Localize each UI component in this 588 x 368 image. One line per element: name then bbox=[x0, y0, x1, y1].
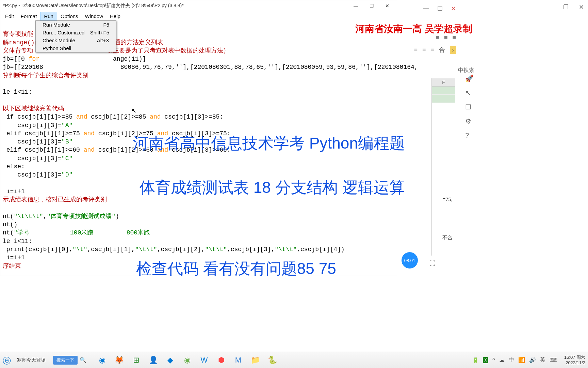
mouse-cursor-icon: ↖ bbox=[131, 107, 136, 114]
xbox-icon[interactable]: ⊞ bbox=[131, 355, 142, 366]
recording-timer[interactable]: 08:01 bbox=[402, 252, 418, 269]
far-window-controls: ❐ ✕ bbox=[478, 0, 588, 14]
align-left-icon[interactable]: ≡ bbox=[414, 46, 418, 54]
excel-tray-icon[interactable]: X bbox=[483, 357, 488, 363]
menu-options[interactable]: Options bbox=[57, 12, 82, 20]
taskbar: ⓔ 寒潮今天登场 搜索一下 🔍 ◉ 🦊 ⊞ 👤 ◆ ◉ W ⬢ M 📁 🐍 🔋 … bbox=[0, 352, 588, 368]
run-dropdown-menu: Run Module F5 Run... Customized Shift+F5… bbox=[35, 20, 116, 52]
restore-icon[interactable]: ❐ bbox=[563, 3, 569, 11]
overlay-title-1: 河南省高中信息技术学考 Python编程题 bbox=[133, 133, 405, 154]
folder-icon[interactable]: 📁 bbox=[250, 355, 261, 366]
overlay-watermark: 河南省汝南一高 吴学超录制 bbox=[355, 22, 472, 35]
merge-icon[interactable]: 合 bbox=[439, 46, 445, 54]
minimize-button[interactable]: — bbox=[348, 0, 364, 11]
excel-cell[interactable] bbox=[432, 95, 455, 103]
taskbar-apps: ◉ 🦊 ⊞ 👤 ◆ ◉ W ⬢ M 📁 🐍 bbox=[97, 355, 278, 366]
align-center-icon[interactable]: ≡ bbox=[422, 46, 426, 54]
settings-icon[interactable]: ⚙ bbox=[465, 117, 474, 125]
edge-icon[interactable]: ◉ bbox=[97, 355, 108, 366]
search-logo-icon: 🔍 bbox=[80, 357, 86, 364]
volume-icon[interactable]: 🔊 bbox=[529, 357, 536, 363]
menu-python-shell[interactable]: Python Shell bbox=[36, 44, 116, 52]
taskbar-clock[interactable]: 16:07 周六 2022/11/2 bbox=[564, 355, 585, 365]
app4-icon[interactable]: ⬢ bbox=[216, 355, 227, 366]
taskbar-left: ⓔ 寒潮今天登场 搜索一下 🔍 bbox=[3, 355, 86, 365]
menu-window[interactable]: Window bbox=[82, 12, 107, 20]
align-right-icon[interactable]: ≡ bbox=[430, 46, 434, 54]
pointer-icon[interactable]: ↖ bbox=[465, 89, 474, 97]
word-icon[interactable]: W bbox=[199, 355, 210, 366]
firefox-icon[interactable]: 🦊 bbox=[114, 355, 125, 366]
ime-en-icon[interactable]: 英 bbox=[540, 356, 545, 364]
menu-bar: Edit Format Run Options Window Help bbox=[0, 11, 398, 21]
indent-increase-icon[interactable]: ≡ bbox=[444, 34, 448, 41]
ie-icon[interactable]: ⓔ bbox=[3, 355, 12, 365]
rocket-icon[interactable]: 🚀 bbox=[465, 74, 474, 82]
close-icon[interactable]: ✕ bbox=[579, 3, 584, 11]
excel-search-hint[interactable]: 中搜索 bbox=[458, 67, 474, 74]
excel-side-toolbar: 🚀 ↖ ☐ ⚙ ? bbox=[465, 74, 474, 139]
excel-grid-fragment: F bbox=[431, 78, 455, 256]
ime-cn-icon[interactable]: 中 bbox=[509, 356, 514, 364]
weather-text[interactable]: 寒潮今天登场 bbox=[17, 357, 46, 363]
maximize-button[interactable]: ☐ bbox=[364, 0, 379, 11]
excel-ribbon-row2: ≡ ≡ ≡ 合 › bbox=[414, 46, 456, 54]
chevron-up-icon[interactable]: ^ bbox=[492, 357, 495, 363]
close-button[interactable]: ✕ bbox=[379, 0, 395, 11]
expand-icon[interactable]: ⛶ bbox=[429, 260, 436, 267]
help-icon[interactable]: ? bbox=[465, 132, 474, 139]
system-tray: 🔋 X ^ ☁ 中 📶 🔊 英 ⌨ 16:07 周六 2022/11/2 bbox=[472, 355, 585, 365]
overlay-title-2: 体育成绩测试表 18 分支结构 逻辑运算 bbox=[140, 177, 405, 198]
keyboard-icon[interactable]: ⌨ bbox=[550, 357, 557, 363]
app5-icon[interactable]: M bbox=[233, 355, 244, 366]
menu-check-module[interactable]: Check Module Alt+X bbox=[36, 36, 116, 44]
python-icon[interactable]: 🐍 bbox=[267, 355, 278, 366]
more-icon[interactable]: › bbox=[450, 46, 456, 54]
excel-cell-text: =75, bbox=[442, 196, 453, 202]
taskbar-search[interactable]: 搜索一下 🔍 bbox=[53, 356, 86, 365]
menu-run-module[interactable]: Run Module F5 bbox=[36, 21, 116, 29]
search-button[interactable]: 搜索一下 bbox=[53, 356, 78, 365]
menu-help[interactable]: Help bbox=[107, 12, 124, 20]
overlay-title-3: 检查代码 看有没有问题85 75 bbox=[136, 258, 336, 279]
maximize-icon[interactable]: ☐ bbox=[437, 5, 443, 12]
indent-decrease-icon[interactable]: ≡ bbox=[436, 34, 439, 41]
app3-icon[interactable]: ◉ bbox=[182, 355, 193, 366]
excel-cell[interactable] bbox=[432, 87, 455, 95]
excel-cell[interactable] bbox=[432, 103, 455, 111]
excel-ribbon-row1: ≡ ≡ ≡ bbox=[436, 34, 456, 41]
window-controls: — ☐ ✕ bbox=[348, 0, 395, 11]
excel-cell-text: "不合 bbox=[441, 234, 453, 241]
menu-format[interactable]: Format bbox=[17, 12, 40, 20]
minimize-icon[interactable]: — bbox=[423, 5, 429, 12]
menu-run[interactable]: Run bbox=[40, 12, 57, 20]
battery-icon[interactable]: 🔋 bbox=[472, 357, 479, 363]
wifi-icon[interactable]: 📶 bbox=[518, 357, 525, 363]
close-icon[interactable]: ✕ bbox=[451, 5, 456, 12]
window-title: *P2.py - D:\360MoveData\Users\lenovo\Des… bbox=[3, 3, 184, 9]
app1-icon[interactable]: 👤 bbox=[148, 355, 159, 366]
excel-window-controls: — ☐ ✕ bbox=[423, 5, 456, 12]
onedrive-icon[interactable]: ☁ bbox=[499, 357, 505, 363]
excel-column-header[interactable]: F bbox=[432, 78, 455, 87]
title-bar: *P2.py - D:\360MoveData\Users\lenovo\Des… bbox=[0, 0, 398, 11]
menu-run-customized[interactable]: Run... Customized Shift+F5 bbox=[36, 29, 116, 36]
indent-icon[interactable]: ≡ bbox=[452, 34, 456, 41]
menu-edit[interactable]: Edit bbox=[2, 12, 17, 20]
app2-icon[interactable]: ◆ bbox=[165, 355, 176, 366]
select-icon[interactable]: ☐ bbox=[465, 103, 474, 111]
